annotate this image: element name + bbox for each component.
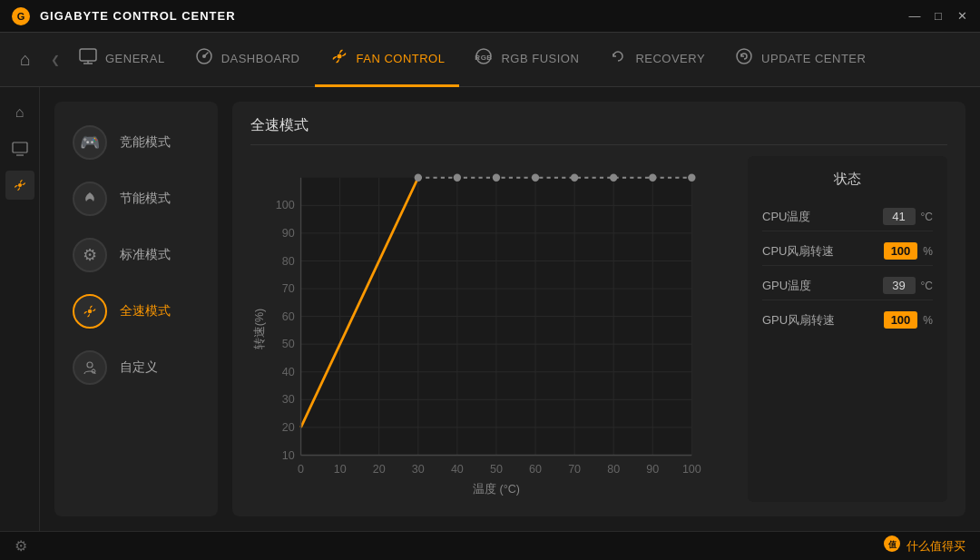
svg-rect-11: [13, 142, 27, 152]
svg-text:80: 80: [282, 255, 295, 268]
rgb-fusion-icon: RGB: [474, 46, 494, 71]
svg-text:70: 70: [568, 463, 581, 476]
gaming-mode-label: 竞能模式: [120, 134, 171, 151]
gaming-mode-icon: 🎮: [73, 125, 107, 160]
fullspeed-mode-icon: [73, 294, 107, 329]
nav-item-recovery[interactable]: RECOVERY: [593, 33, 720, 87]
nav-item-dashboard[interactable]: DASHBOARD: [180, 33, 315, 87]
mode-item-gaming[interactable]: 🎮 竞能模式: [54, 116, 218, 169]
svg-point-68: [571, 174, 578, 182]
svg-text:转速(%): 转速(%): [253, 309, 266, 349]
sidebar-fan[interactable]: [5, 171, 34, 200]
svg-text:值: 值: [887, 540, 897, 549]
settings-icon[interactable]: ⚙: [15, 537, 27, 555]
mode-item-eco[interactable]: 节能模式: [54, 172, 218, 225]
svg-point-64: [415, 174, 422, 182]
nav-chevron: ❮: [51, 54, 60, 66]
nav-items: GENERAL DASHBOARD FAN CONTROL RGB: [64, 33, 973, 87]
bottom-right: 值 什么值得买: [883, 535, 965, 557]
close-button[interactable]: ✕: [955, 9, 969, 24]
cpu-temp-label: CPU温度: [762, 209, 810, 225]
svg-rect-2: [80, 49, 96, 61]
svg-text:0: 0: [298, 463, 304, 476]
svg-point-13: [18, 183, 22, 187]
eco-mode-icon: [73, 182, 107, 216]
nav-item-update-center[interactable]: UPDATE CENTER: [720, 33, 880, 87]
fan-panel: 🎮 竞能模式 节能模式 ⚙ 标准模式: [40, 87, 980, 531]
svg-text:G: G: [17, 11, 25, 22]
cpu-temp-unit: °C: [921, 211, 933, 223]
mode-item-standard[interactable]: ⚙ 标准模式: [54, 229, 218, 281]
svg-point-6: [202, 54, 206, 58]
status-title: 状态: [762, 171, 933, 188]
nav-label-dashboard: DASHBOARD: [221, 52, 300, 65]
gpu-temp-label: GPU温度: [762, 278, 811, 294]
svg-text:40: 40: [282, 366, 295, 378]
home-button[interactable]: ⌂: [7, 42, 44, 78]
svg-point-14: [88, 309, 92, 313]
nav-label-update-center: UPDATE CENTER: [761, 52, 866, 65]
maximize-button[interactable]: □: [931, 9, 946, 24]
gpu-fan-value-group: 100 %: [884, 311, 933, 329]
svg-text:80: 80: [607, 463, 620, 476]
svg-point-7: [337, 54, 341, 58]
cpu-temp-value: 41: [883, 208, 916, 225]
app-title: GIGABYTE CONTROL CENTER: [40, 9, 907, 23]
svg-point-71: [688, 174, 695, 182]
fan-control-icon: [329, 46, 349, 71]
standard-mode-icon: ⚙: [73, 238, 107, 272]
sidebar-monitor[interactable]: [5, 134, 34, 163]
dashboard-icon: [194, 46, 214, 71]
mode-item-custom[interactable]: 自定义: [54, 341, 218, 394]
svg-text:90: 90: [646, 463, 659, 476]
svg-point-67: [532, 174, 539, 182]
svg-point-69: [610, 174, 617, 182]
nav-item-rgb-fusion[interactable]: RGB RGB FUSION: [459, 33, 593, 87]
fan-chart: 10 20 30 40 50 60 70 80 90 100 转速(%) 0: [250, 156, 730, 502]
svg-text:40: 40: [451, 463, 464, 476]
bottom-right-logo: 值: [883, 535, 901, 557]
bottom-bar: ⚙ 值 什么值得买: [0, 531, 980, 560]
svg-text:50: 50: [282, 338, 295, 350]
svg-text:30: 30: [282, 393, 295, 406]
status-row-cpu-temp: CPU温度 41 °C: [762, 202, 933, 231]
gpu-temp-value-group: 39 °C: [883, 277, 933, 294]
svg-text:RGB: RGB: [475, 54, 493, 62]
gpu-temp-unit: °C: [921, 280, 933, 292]
svg-text:10: 10: [334, 463, 347, 476]
nav-label-rgb-fusion: RGB FUSION: [501, 52, 579, 65]
nav-item-fan-control[interactable]: FAN CONTROL: [315, 33, 460, 87]
cpu-fan-value: 100: [884, 242, 918, 260]
cpu-fan-value-group: 100 %: [884, 242, 933, 260]
status-row-gpu-temp: GPU温度 39 °C: [762, 271, 933, 300]
chart-title: 全速模式: [250, 116, 947, 145]
window-controls: — □ ✕: [907, 9, 969, 24]
title-bar: G GIGABYTE CONTROL CENTER — □ ✕: [0, 0, 980, 33]
cpu-fan-unit: %: [923, 245, 933, 258]
status-panel: 状态 CPU温度 41 °C CPU风扇转速 100 %: [748, 156, 947, 502]
mode-item-fullspeed[interactable]: 全速模式: [54, 285, 218, 338]
svg-text:70: 70: [282, 282, 295, 295]
nav-label-recovery: RECOVERY: [635, 52, 705, 65]
status-row-cpu-fan: CPU风扇转速 100 %: [762, 237, 933, 266]
chart-area: 全速模式: [232, 102, 965, 516]
svg-text:100: 100: [682, 463, 701, 476]
nav-label-fan-control: FAN CONTROL: [357, 52, 446, 65]
cpu-fan-label: CPU风扇转速: [762, 243, 834, 260]
recovery-icon: [608, 46, 628, 71]
svg-text:20: 20: [282, 421, 295, 434]
chart-container: 10 20 30 40 50 60 70 80 90 100 转速(%) 0: [250, 156, 730, 502]
gpu-fan-value: 100: [884, 311, 918, 329]
minimize-button[interactable]: —: [907, 9, 922, 24]
sidebar: ⌂: [0, 87, 40, 531]
sidebar-home[interactable]: ⌂: [5, 98, 34, 127]
main-content: ⌂ 🎮 竞能模式 节能模式: [0, 87, 980, 531]
custom-mode-label: 自定义: [120, 359, 158, 376]
svg-text:温度 (°C): 温度 (°C): [473, 482, 520, 496]
svg-text:10: 10: [282, 449, 295, 462]
nav-item-general[interactable]: GENERAL: [64, 33, 180, 87]
nav-label-general: GENERAL: [105, 52, 165, 65]
general-icon: [78, 46, 98, 71]
svg-text:60: 60: [529, 463, 542, 476]
nav-bar: ⌂ ❮ GENERAL DASHBOARD: [0, 33, 980, 87]
